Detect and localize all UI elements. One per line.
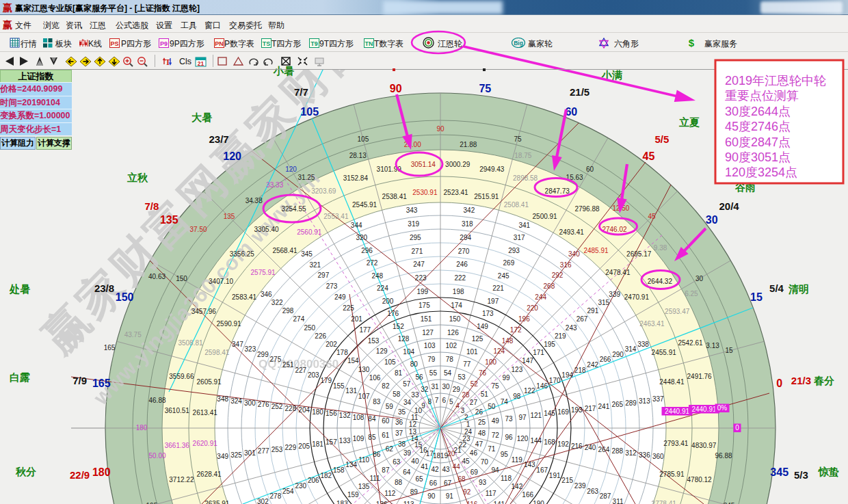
svg-text:229: 229 — [285, 444, 297, 451]
svg-text:199: 199 — [416, 288, 428, 295]
svg-text:21/5: 21/5 — [570, 86, 589, 98]
svg-text:196: 196 — [518, 315, 530, 323]
svg-text:267: 267 — [577, 315, 588, 323]
svg-text:265: 265 — [611, 401, 623, 408]
svg-text:297: 297 — [318, 271, 330, 279]
svg-text:129: 129 — [376, 347, 388, 355]
svg-text:2785.91: 2785.91 — [659, 470, 685, 478]
svg-text:TN: TN — [365, 40, 373, 47]
svg-text:243: 243 — [566, 324, 577, 332]
svg-text:20/4: 20/4 — [719, 200, 739, 212]
svg-text:272: 272 — [367, 259, 378, 267]
svg-text:321: 321 — [309, 261, 321, 269]
svg-text:60: 60 — [586, 165, 594, 173]
svg-text:$: $ — [689, 38, 695, 49]
svg-text:120: 120 — [285, 165, 297, 173]
svg-text:293: 293 — [508, 247, 520, 254]
svg-text:2793.41: 2793.41 — [663, 440, 689, 447]
svg-text:340: 340 — [568, 250, 580, 258]
svg-text:34.38: 34.38 — [246, 197, 263, 204]
svg-text:2796.88: 2796.88 — [574, 205, 600, 213]
svg-text:36: 36 — [395, 419, 403, 426]
svg-text:269: 269 — [503, 259, 515, 267]
svg-text:45: 45 — [643, 150, 655, 162]
svg-text:147: 147 — [522, 357, 533, 364]
svg-text:秋分: 秋分 — [15, 466, 36, 477]
svg-text:43: 43 — [442, 466, 450, 473]
svg-text:41: 41 — [421, 463, 429, 470]
svg-text:6: 6 — [442, 397, 447, 404]
svg-text:48: 48 — [478, 429, 486, 437]
svg-text:247: 247 — [413, 261, 425, 268]
svg-text:275: 275 — [270, 356, 282, 363]
svg-text:111: 111 — [369, 475, 380, 482]
svg-text:T9: T9 — [310, 40, 318, 47]
svg-text:23/7: 23/7 — [209, 133, 228, 145]
svg-text:2500.91: 2500.91 — [533, 213, 558, 220]
svg-text:70: 70 — [481, 458, 489, 466]
svg-text:174: 174 — [451, 302, 462, 309]
svg-text:2553.41: 2553.41 — [323, 213, 349, 220]
svg-text:45: 45 — [462, 457, 471, 465]
svg-text:181: 181 — [312, 440, 323, 448]
svg-text:239: 239 — [574, 482, 586, 490]
svg-text:249: 249 — [334, 293, 346, 301]
svg-text:3610.51: 3610.51 — [165, 407, 190, 414]
svg-text:116: 116 — [466, 501, 477, 504]
svg-text:4780.12: 4780.12 — [687, 476, 713, 483]
svg-text:337: 337 — [652, 395, 664, 403]
svg-text:278: 278 — [270, 492, 282, 500]
svg-text:141: 141 — [493, 501, 505, 504]
svg-text:136: 136 — [376, 501, 388, 504]
svg-text:处暑: 处暑 — [9, 283, 30, 295]
svg-text:75: 75 — [492, 382, 500, 390]
svg-text:谷雨: 谷雨 — [734, 181, 756, 193]
svg-text:134: 134 — [345, 461, 357, 468]
svg-text:80: 80 — [410, 360, 419, 368]
svg-text:2847.73: 2847.73 — [545, 187, 570, 195]
svg-text:113: 113 — [403, 501, 414, 504]
svg-text:4830.97: 4830.97 — [691, 442, 717, 449]
svg-text:94: 94 — [492, 466, 500, 474]
svg-text:3.13: 3.13 — [706, 342, 719, 349]
svg-text:100: 100 — [485, 358, 496, 366]
svg-text:2746.02: 2746.02 — [602, 226, 627, 233]
svg-text:325: 325 — [230, 451, 242, 459]
svg-text:3000.29: 3000.29 — [445, 161, 471, 168]
svg-text:3203.69: 3203.69 — [311, 187, 336, 195]
svg-text:2613.41: 2613.41 — [193, 409, 218, 416]
svg-text:159: 159 — [347, 491, 359, 499]
svg-text:240: 240 — [585, 444, 596, 451]
svg-text:107: 107 — [358, 393, 370, 400]
svg-text:145: 145 — [544, 410, 555, 417]
svg-text:302: 302 — [257, 498, 269, 504]
svg-text:99: 99 — [502, 374, 510, 382]
svg-text:319: 319 — [408, 220, 419, 228]
svg-text:142: 142 — [512, 483, 523, 490]
svg-text:218: 218 — [574, 367, 586, 374]
svg-text:171: 171 — [533, 349, 544, 356]
svg-text:252: 252 — [271, 403, 283, 410]
svg-text:155: 155 — [333, 382, 345, 390]
svg-text:3101.99: 3101.99 — [377, 165, 402, 173]
svg-text:165: 165 — [92, 377, 111, 389]
svg-text:2538.41: 2538.41 — [382, 193, 408, 200]
svg-text:323: 323 — [245, 345, 256, 353]
svg-text:198: 198 — [453, 288, 464, 295]
svg-text:3508.81: 3508.81 — [178, 339, 203, 347]
svg-text:311: 311 — [613, 498, 624, 504]
svg-text:75: 75 — [479, 83, 491, 94]
svg-text:195: 195 — [146, 502, 158, 504]
svg-text:191: 191 — [549, 472, 561, 479]
svg-text:61: 61 — [382, 432, 390, 439]
svg-text:190: 190 — [533, 500, 544, 504]
svg-text:175: 175 — [419, 302, 430, 309]
svg-text:25: 25 — [478, 419, 486, 426]
svg-text:2568.41: 2568.41 — [272, 247, 297, 254]
svg-text:65: 65 — [415, 475, 423, 483]
svg-text:91: 91 — [446, 492, 454, 500]
svg-text:110: 110 — [358, 456, 369, 464]
svg-text:180: 180 — [312, 408, 323, 416]
svg-text:90: 90 — [390, 83, 402, 94]
svg-text:341: 341 — [518, 222, 530, 229]
